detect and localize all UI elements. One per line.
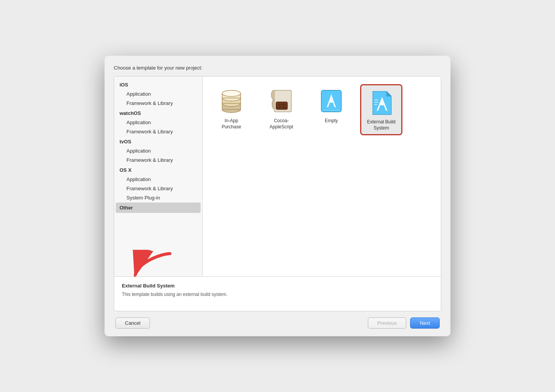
sidebar-item-tvos-app[interactable]: Application — [116, 146, 201, 155]
template-label-cocoa: Cocoa- AppleScript — [269, 118, 293, 130]
description-text: This template builds using an external b… — [122, 291, 433, 298]
template-icon-empty — [317, 87, 345, 115]
sidebar-item-ios-app[interactable]: Application — [116, 90, 201, 98]
sidebar-item-watchos-app[interactable]: Application — [116, 118, 201, 127]
sidebar-section-watchos: watchOS — [114, 108, 202, 118]
sidebar-item-watchos-framework[interactable]: Framework & Library — [116, 127, 201, 136]
template-item-empty[interactable]: Empty — [310, 84, 352, 135]
sidebar-section-os-x: OS X — [114, 165, 202, 174]
sidebar: iOSApplicationFramework & LibrarywatchOS… — [114, 76, 203, 276]
sidebar-item-osx-plugin[interactable]: System Plug-in — [116, 193, 201, 202]
sidebar-item-osx-framework[interactable]: Framework & Library — [116, 184, 201, 193]
next-button[interactable]: Next — [410, 317, 440, 329]
template-item-cocoa[interactable]: Cocoa- AppleScript — [260, 84, 302, 135]
previous-button[interactable]: Previous — [368, 317, 407, 329]
templates-area: In-App Purchase Cocoa- AppleScript Empty — [203, 76, 441, 276]
sidebar-section-other[interactable]: Other — [116, 203, 201, 213]
template-label-empty: Empty — [325, 118, 338, 124]
content-area: iOSApplicationFramework & LibrarywatchOS… — [114, 76, 441, 276]
template-icon-cocoa — [268, 87, 295, 115]
sidebar-item-ios-framework[interactable]: Framework & Library — [116, 99, 201, 108]
cancel-button[interactable]: Cancel — [115, 317, 150, 329]
sidebar-item-tvos-framework[interactable]: Framework & Library — [116, 156, 201, 164]
main-content: iOSApplicationFramework & LibrarywatchOS… — [114, 76, 441, 311]
svg-point-6 — [222, 90, 241, 96]
footer-right: Previous Next — [368, 317, 440, 329]
dialog-title: Choose a template for your new project: — [114, 65, 441, 71]
sidebar-section-ios: iOS — [114, 80, 202, 89]
description-title: External Build System — [122, 283, 433, 289]
template-item-external[interactable]: External Build System — [360, 84, 402, 135]
template-label-inapp: In-App Purchase — [222, 118, 241, 130]
svg-rect-16 — [329, 101, 334, 103]
new-project-dialog: Choose a template for your new project: … — [105, 56, 450, 336]
template-icon-external — [367, 88, 395, 116]
template-label-external: External Build System — [367, 119, 395, 131]
footer: Cancel Previous Next — [114, 317, 441, 329]
sidebar-section-tvos: tvOS — [114, 136, 202, 146]
svg-rect-8 — [276, 102, 287, 110]
template-item-inapp[interactable]: In-App Purchase — [210, 84, 253, 135]
svg-rect-19 — [379, 104, 384, 105]
template-icon-inapp — [218, 87, 245, 115]
description-area: External Build System This template buil… — [114, 276, 441, 311]
sidebar-item-osx-app[interactable]: Application — [116, 175, 201, 184]
